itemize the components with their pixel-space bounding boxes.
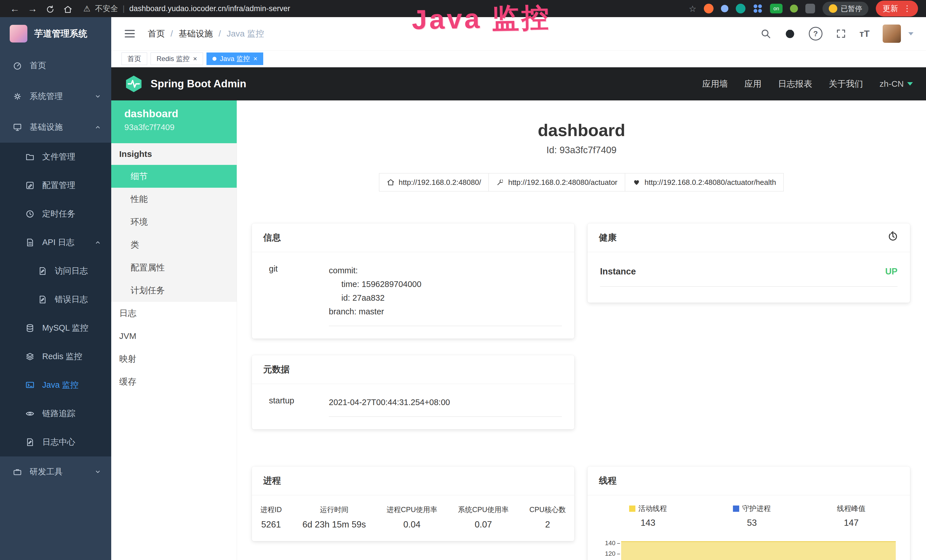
sba-item-details[interactable]: 细节 bbox=[111, 165, 237, 188]
sba-brand[interactable]: Spring Boot Admin bbox=[151, 78, 247, 90]
paused-badge[interactable]: 已暂停 bbox=[823, 2, 869, 16]
sba-item-config-props[interactable]: 配置属性 bbox=[111, 256, 237, 279]
extension-fox-icon[interactable] bbox=[704, 4, 714, 14]
app-logo[interactable]: 芋道管理系统 bbox=[0, 17, 111, 50]
sidebar-item-java-monitor[interactable]: Java 监控 bbox=[0, 371, 111, 400]
legend-value: 147 bbox=[837, 518, 865, 528]
search-icon[interactable] bbox=[760, 28, 771, 39]
sba-language-select[interactable]: zh-CN bbox=[879, 79, 913, 89]
tab-close-icon[interactable]: × bbox=[193, 55, 197, 62]
update-button[interactable]: 更新 ⋮ bbox=[876, 1, 918, 17]
tab-java-monitor[interactable]: Java 监控 × bbox=[206, 53, 263, 65]
sba-item-caches[interactable]: 缓存 bbox=[111, 370, 237, 393]
layers-icon bbox=[25, 352, 35, 362]
sidebar-item-label: 日志中心 bbox=[42, 436, 75, 448]
info-line: time: 1596289704000 bbox=[329, 277, 562, 291]
help-icon[interactable]: ? bbox=[809, 27, 823, 41]
extension-teal-icon[interactable] bbox=[736, 4, 746, 14]
tab-close-icon[interactable]: × bbox=[253, 55, 257, 62]
sidebar-item-api-log[interactable]: API 日志 bbox=[0, 228, 111, 257]
sba-main: dashboard Id: 93a3fc7f7409 http://192.16… bbox=[237, 100, 926, 560]
extension-grid-icon[interactable] bbox=[753, 4, 763, 14]
update-label: 更新 bbox=[883, 3, 898, 14]
sidebar-item-dev-tools[interactable]: 研发工具 bbox=[0, 456, 111, 487]
bookmark-star-icon[interactable]: ☆ bbox=[689, 4, 696, 14]
url-text[interactable]: dashboard.yudao.iocoder.cn/infra/admin-s… bbox=[129, 4, 290, 13]
sidebar-item-system[interactable]: 系统管理 bbox=[0, 81, 111, 112]
history-icon[interactable] bbox=[887, 231, 899, 244]
extension-drop-icon[interactable] bbox=[721, 5, 728, 12]
extension-leaf-icon[interactable] bbox=[790, 5, 798, 12]
document-edit-icon bbox=[38, 266, 47, 276]
tab-redis-monitor[interactable]: Redis 监控 × bbox=[151, 53, 203, 65]
sba-section-insights: Insights bbox=[111, 143, 237, 165]
sidebar-item-scheduled-jobs[interactable]: 定时任务 bbox=[0, 200, 111, 228]
fullscreen-icon[interactable] bbox=[835, 28, 846, 39]
stat-label: 运行时间 bbox=[303, 505, 366, 515]
sba-nav-applications[interactable]: 应用 bbox=[744, 78, 761, 90]
forward-icon[interactable]: → bbox=[26, 3, 39, 14]
sidebar-item-label: 基础设施 bbox=[30, 121, 63, 133]
breadcrumb-home[interactable]: 首页 bbox=[148, 28, 165, 40]
sidebar-item-error-log[interactable]: 错误日志 bbox=[0, 285, 111, 314]
sba-nav-wallboard[interactable]: 应用墙 bbox=[702, 78, 728, 90]
address-bar[interactable]: ⚠ 不安全 | dashboard.yudao.iocoder.cn/infra… bbox=[83, 3, 290, 14]
home-icon bbox=[387, 178, 395, 186]
caret-down-icon bbox=[907, 82, 913, 86]
tab-label: Java 监控 bbox=[220, 54, 250, 64]
metadata-key-startup: startup bbox=[269, 395, 329, 417]
toolbox-icon bbox=[12, 467, 22, 477]
tab-home[interactable]: 首页 bbox=[121, 53, 147, 65]
instance-header[interactable]: dashboard 93a3fc7f7409 bbox=[111, 100, 237, 143]
sba-nav-about[interactable]: 关于我们 bbox=[829, 78, 863, 90]
sidebar-item-label: 系统管理 bbox=[30, 91, 63, 102]
sba-item-scheduled-tasks[interactable]: 计划任务 bbox=[111, 279, 237, 302]
legend-value: 143 bbox=[629, 518, 667, 528]
sidebar-item-label: Java 监控 bbox=[42, 380, 79, 391]
breadcrumb: 首页 / 基础设施 / Java 监控 bbox=[148, 28, 264, 40]
breadcrumb-separator: / bbox=[218, 29, 221, 38]
sba-item-mappings[interactable]: 映射 bbox=[111, 348, 237, 370]
health-row: Instance UP bbox=[600, 266, 897, 287]
hamburger-icon[interactable] bbox=[124, 28, 136, 40]
kebab-menu-icon[interactable]: ⋮ bbox=[903, 5, 911, 12]
home-icon[interactable] bbox=[61, 3, 75, 14]
sidebar-item-file-manage[interactable]: 文件管理 bbox=[0, 143, 111, 171]
gear-icon bbox=[12, 92, 22, 101]
sidebar-item-label: MySQL 监控 bbox=[42, 322, 88, 334]
extension-on-badge[interactable]: on bbox=[770, 4, 782, 14]
sidebar-item-access-log[interactable]: 访问日志 bbox=[0, 257, 111, 285]
sidebar-item-trace[interactable]: 链路追踪 bbox=[0, 400, 111, 428]
link-actuator-url[interactable]: http://192.168.0.2:48080/actuator bbox=[489, 173, 625, 191]
user-avatar[interactable] bbox=[883, 24, 901, 43]
sba-item-jvm[interactable]: JVM bbox=[111, 325, 237, 348]
back-icon[interactable]: ← bbox=[8, 3, 22, 14]
link-health-url[interactable]: http://192.168.0.2:48080/actuator/health bbox=[625, 173, 784, 191]
breadcrumb-infra[interactable]: 基础设施 bbox=[179, 28, 213, 40]
reload-icon[interactable] bbox=[43, 3, 57, 14]
tab-label: Redis 监控 bbox=[157, 54, 190, 64]
caret-down-icon[interactable] bbox=[908, 32, 914, 35]
sidebar-item-redis-monitor[interactable]: Redis 监控 bbox=[0, 342, 111, 371]
sba-item-classes[interactable]: 类 bbox=[111, 233, 237, 256]
link-service-url[interactable]: http://192.168.0.2:48080/ bbox=[379, 173, 489, 191]
sba-item-performance[interactable]: 性能 bbox=[111, 188, 237, 210]
link-label: http://192.168.0.2:48080/actuator/health bbox=[645, 178, 776, 187]
sidebar-item-log-center[interactable]: 日志中心 bbox=[0, 428, 111, 456]
sba-item-environment[interactable]: 环境 bbox=[111, 210, 237, 233]
tabs-bar: 首页 Redis 监控 × Java 监控 × bbox=[111, 50, 926, 67]
sidebar-item-mysql-monitor[interactable]: MySQL 监控 bbox=[0, 314, 111, 342]
sidebar-item-infra[interactable]: 基础设施 bbox=[0, 112, 111, 143]
sidebar-item-label: 访问日志 bbox=[55, 265, 88, 277]
sba-nav-journal[interactable]: 日志报表 bbox=[778, 78, 812, 90]
github-icon[interactable] bbox=[784, 28, 796, 39]
address-divider: | bbox=[123, 4, 125, 13]
monitor-icon bbox=[12, 123, 22, 132]
text-size-icon[interactable]: тT bbox=[859, 29, 870, 39]
extensions-puzzle-icon[interactable] bbox=[805, 4, 815, 14]
y-tick: 100 bbox=[596, 559, 620, 560]
security-label[interactable]: 不安全 bbox=[95, 3, 118, 14]
sidebar-item-home[interactable]: 首页 bbox=[0, 50, 111, 81]
sba-item-logging[interactable]: 日志 bbox=[111, 302, 237, 325]
sidebar-item-config-manage[interactable]: 配置管理 bbox=[0, 171, 111, 200]
